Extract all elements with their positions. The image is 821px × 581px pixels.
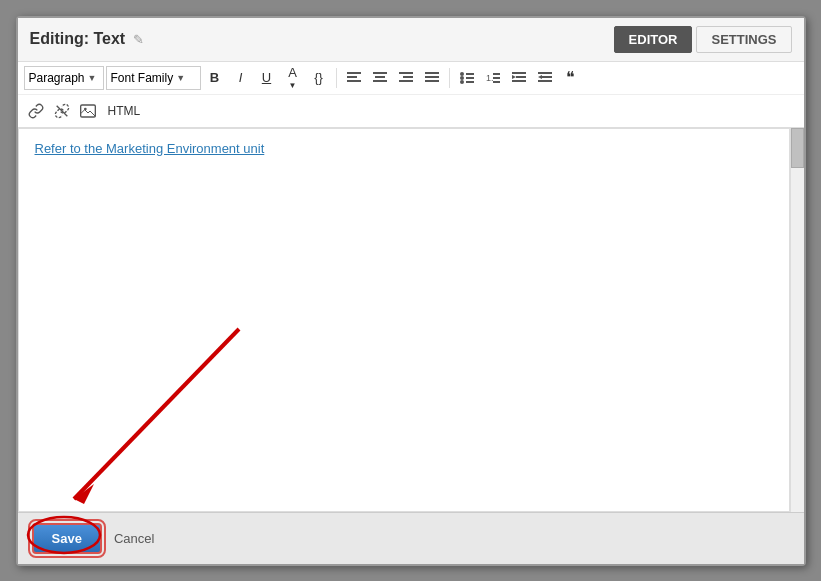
svg-rect-24 [512,80,526,82]
editor-wrapper: Refer to the Marketing Environment unit [18,128,804,512]
svg-rect-7 [403,76,413,78]
svg-rect-13 [466,73,474,75]
color-label: A [288,65,297,80]
save-button-wrapper: Save [32,523,102,554]
footer: Save Cancel [18,512,804,564]
svg-rect-22 [512,72,526,74]
list-unordered-button[interactable] [455,66,479,90]
indent-decrease-button[interactable] [507,66,531,90]
svg-rect-26 [538,72,552,74]
scrollbar-track[interactable] [790,128,804,512]
toolbar-row2: HTML [18,95,804,127]
bold-button[interactable]: B [203,66,227,90]
svg-rect-28 [538,80,552,82]
svg-point-12 [460,72,464,76]
arrow-annotation [19,129,789,511]
link-icon [28,103,44,119]
align-justify-icon [425,72,439,84]
indent-decrease-icon [512,72,526,84]
underline-button[interactable]: U [255,66,279,90]
svg-line-30 [56,105,67,116]
tab-editor[interactable]: EDITOR [614,26,693,53]
paragraph-dropdown-arrow: ▼ [88,73,97,83]
image-icon [80,104,96,118]
toolbar: Paragraph ▼ Font Family ▼ B I U A ▼ {} [18,62,804,128]
italic-button[interactable]: I [229,66,253,90]
align-justify-button[interactable] [420,66,444,90]
font-family-select[interactable]: Font Family ▼ [106,66,201,90]
title-left: Editing: Text ✎ [30,30,145,48]
save-button[interactable]: Save [32,523,102,554]
tab-settings[interactable]: SETTINGS [696,26,791,53]
content-area[interactable]: Refer to the Marketing Environment unit [18,128,790,512]
code-button[interactable]: {} [307,66,331,90]
separator-2 [449,68,450,88]
svg-rect-23 [516,76,526,78]
toolbar-row1: Paragraph ▼ Font Family ▼ B I U A ▼ {} [18,62,804,95]
align-right-icon [399,72,413,84]
modal-dialog: Editing: Text ✎ EDITOR SETTINGS Paragrap… [16,16,806,566]
align-left-button[interactable] [342,66,366,90]
svg-rect-5 [373,80,387,82]
svg-line-33 [74,329,239,499]
list-ordered-icon: 1. [486,72,500,84]
paragraph-select[interactable]: Paragraph ▼ [24,66,104,90]
tab-group: EDITOR SETTINGS [614,26,792,53]
svg-marker-25 [512,75,516,79]
svg-marker-34 [74,484,94,504]
unlink-icon [54,103,70,119]
color-dropdown-arrow: ▼ [289,81,297,90]
svg-rect-19 [493,73,500,75]
modal-title: Editing: Text [30,30,126,48]
svg-point-16 [460,80,464,84]
svg-rect-21 [493,81,500,83]
separator-1 [336,68,337,88]
svg-rect-10 [425,76,439,78]
cancel-button[interactable]: Cancel [114,531,154,546]
scrollbar-thumb[interactable] [791,128,804,168]
align-center-icon [373,72,387,84]
title-bar: Editing: Text ✎ EDITOR SETTINGS [18,18,804,62]
text-color-button[interactable]: A ▼ [281,66,305,90]
list-ordered-button[interactable]: 1. [481,66,505,90]
svg-rect-3 [373,72,387,74]
indent-increase-icon [538,72,552,84]
svg-point-14 [460,76,464,80]
blockquote-button[interactable]: ❝ [559,66,583,90]
svg-rect-27 [542,76,552,78]
html-button[interactable]: HTML [102,104,147,118]
svg-rect-20 [493,77,500,79]
unlink-button[interactable] [50,99,74,123]
svg-marker-29 [538,75,542,79]
link-button[interactable] [24,99,48,123]
svg-rect-9 [425,72,439,74]
svg-rect-15 [466,77,474,79]
svg-text:1.: 1. [486,73,494,83]
font-family-dropdown-arrow: ▼ [176,73,185,83]
svg-rect-1 [347,76,357,78]
list-unordered-icon [460,72,474,84]
content-link[interactable]: Refer to the Marketing Environment unit [35,141,265,156]
align-center-button[interactable] [368,66,392,90]
svg-rect-4 [375,76,385,78]
align-left-icon [347,72,361,84]
svg-rect-17 [466,81,474,83]
svg-rect-2 [347,80,361,82]
align-right-button[interactable] [394,66,418,90]
edit-icon[interactable]: ✎ [133,32,144,47]
svg-rect-11 [425,80,439,82]
svg-rect-8 [399,80,413,82]
svg-rect-6 [399,72,413,74]
svg-rect-0 [347,72,361,74]
image-button[interactable] [76,99,100,123]
indent-increase-button[interactable] [533,66,557,90]
